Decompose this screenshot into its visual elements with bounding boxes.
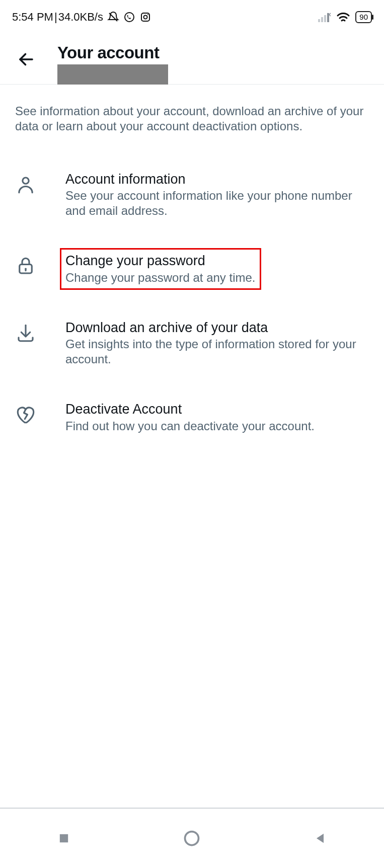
- person-icon: [15, 171, 65, 195]
- system-navigation-bar: [0, 808, 384, 868]
- cellular-signal-icon: [318, 12, 331, 22]
- heart-broken-icon: [15, 401, 65, 425]
- list-item-deactivate-account[interactable]: Deactivate Account Find out how you can …: [0, 384, 384, 450]
- list-item-body: Deactivate Account Find out how you can …: [65, 401, 369, 433]
- circle-icon: [183, 829, 201, 847]
- list-item-account-information[interactable]: Account information See your account inf…: [0, 154, 384, 235]
- download-icon: [15, 320, 65, 344]
- svg-rect-6: [324, 15, 326, 22]
- list-item-title: Change your password: [65, 253, 256, 269]
- arrow-left-icon: [17, 50, 35, 68]
- list-item-body: Account information See your account inf…: [65, 171, 369, 218]
- svg-rect-4: [318, 19, 320, 22]
- status-network-speed: 34.0KB/s: [58, 11, 103, 24]
- list-item-subtitle: See your account information like your p…: [65, 188, 369, 218]
- triangle-left-icon: [313, 831, 327, 845]
- page-title: Your account: [57, 43, 372, 62]
- username-redacted: [57, 64, 168, 85]
- home-button[interactable]: [151, 829, 232, 847]
- list-item-body: Download an archive of your data Get ins…: [65, 320, 369, 367]
- status-separator: |: [54, 11, 57, 24]
- list-item-change-password[interactable]: Change your password Change your passwor…: [0, 235, 384, 302]
- status-bar: 5:54 PM | 34.0KB/s: [0, 0, 384, 29]
- list-item-title: Account information: [65, 171, 369, 187]
- list-item-download-archive[interactable]: Download an archive of your data Get ins…: [0, 302, 384, 384]
- list-item-subtitle: Get insights into the type of informatio…: [65, 337, 369, 367]
- list-item-subtitle: Change your password at any time.: [65, 270, 256, 285]
- status-right: 90: [318, 11, 372, 23]
- back-button[interactable]: [12, 43, 57, 68]
- svg-point-0: [125, 13, 134, 22]
- header-text-group: Your account: [57, 43, 372, 85]
- list-item-subtitle: Find out how you can deactivate your acc…: [65, 419, 369, 434]
- notifications-muted-icon: [107, 11, 119, 23]
- svg-point-9: [23, 178, 29, 184]
- status-left: 5:54 PM | 34.0KB/s: [12, 11, 151, 24]
- battery-percent: 90: [359, 13, 368, 21]
- svg-point-3: [147, 14, 148, 15]
- svg-rect-13: [60, 834, 68, 842]
- svg-marker-15: [317, 834, 324, 843]
- app-header: Your account: [0, 29, 384, 85]
- whatsapp-icon: [123, 11, 135, 23]
- wifi-icon: [336, 12, 350, 23]
- square-icon: [57, 831, 71, 845]
- svg-point-14: [185, 832, 199, 845]
- android-back-button[interactable]: [280, 831, 360, 845]
- status-time: 5:54 PM: [12, 11, 53, 24]
- lock-icon: [15, 253, 65, 277]
- list-item-title: Download an archive of your data: [65, 320, 369, 336]
- settings-list: Account information See your account inf…: [0, 134, 384, 451]
- battery-indicator: 90: [355, 11, 372, 23]
- svg-rect-5: [321, 17, 323, 22]
- instagram-icon: [139, 11, 151, 23]
- list-item-title: Deactivate Account: [65, 401, 369, 417]
- recent-apps-button[interactable]: [24, 831, 104, 845]
- highlighted-box: Change your password Change your passwor…: [60, 248, 261, 289]
- list-item-body: Change your password Change your passwor…: [65, 253, 369, 285]
- svg-point-2: [143, 16, 147, 19]
- page-description: See information about your account, down…: [0, 85, 384, 134]
